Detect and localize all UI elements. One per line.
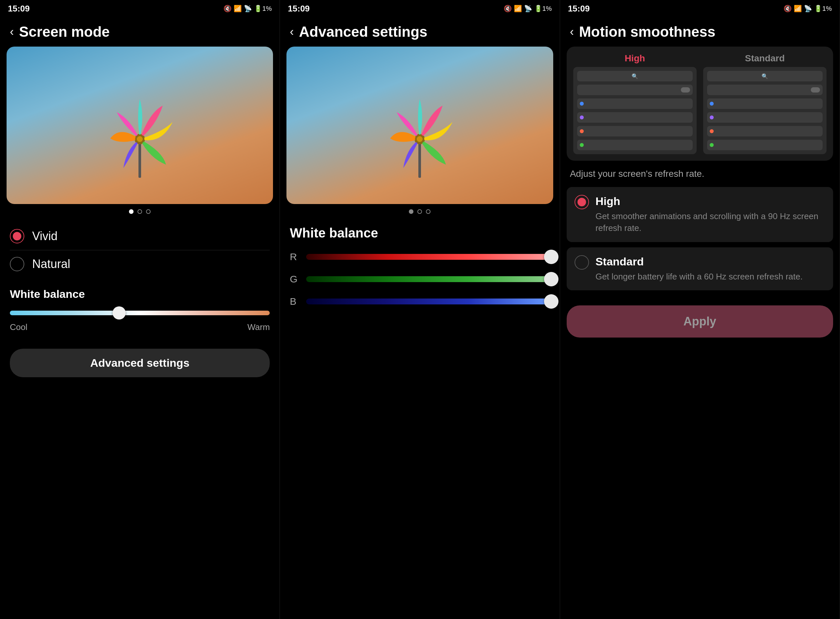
wifi-icon-3: 📶 bbox=[794, 4, 802, 12]
motion-option-standard-desc: Get longer battery life with a 60 Hz scr… bbox=[596, 271, 825, 283]
rgb-row-g: G bbox=[290, 273, 550, 286]
motion-option-standard-row: Standard Get longer battery life with a … bbox=[575, 255, 825, 283]
motion-option-high-title: High bbox=[596, 195, 825, 208]
mock-dot-green-high bbox=[580, 143, 584, 147]
status-time-2: 15:09 bbox=[288, 4, 310, 14]
motion-label-standard: Standard bbox=[703, 53, 827, 64]
dots-indicator-2 bbox=[280, 204, 560, 219]
battery-icon: 🔋1% bbox=[254, 4, 272, 12]
wb-title-1: White balance bbox=[10, 288, 270, 301]
advanced-settings-button[interactable]: Advanced settings bbox=[10, 349, 270, 377]
rgb-label-g: G bbox=[290, 274, 299, 285]
mock-dot-orange-high bbox=[580, 129, 584, 133]
battery-icon-3: 🔋1% bbox=[814, 4, 832, 12]
mock-item-blue-standard bbox=[707, 99, 823, 109]
rgb-track-r-fill bbox=[306, 254, 550, 260]
mock-item-orange-high bbox=[577, 126, 693, 136]
mock-item-green-standard bbox=[707, 140, 823, 150]
status-time-3: 15:09 bbox=[568, 4, 590, 14]
mock-toggle-row-standard bbox=[707, 85, 823, 95]
mock-toggle-high bbox=[681, 87, 690, 93]
mock-screen-standard: 🔍 bbox=[703, 67, 827, 154]
mock-item-purple-standard bbox=[707, 112, 823, 123]
motion-options: High Get smoother animations and scrolli… bbox=[560, 187, 840, 296]
option-vivid-label: Vivid bbox=[32, 229, 57, 243]
rgb-track-b-fill bbox=[306, 299, 550, 304]
rgb-section: White balance R G B bbox=[280, 219, 560, 324]
panel-advanced-settings: 15:09 🔇 📶 📡 🔋1% ‹ Advanced settings bbox=[280, 0, 560, 619]
wifi-icon: 📶 bbox=[234, 4, 242, 12]
motion-description: Adjust your screen's refresh rate. bbox=[560, 161, 840, 187]
mock-screen-high: 🔍 bbox=[573, 67, 696, 154]
status-time-1: 15:09 bbox=[8, 4, 30, 14]
mock-item-purple-high bbox=[577, 112, 693, 123]
motion-preview-container: High 🔍 bbox=[567, 46, 833, 161]
motion-option-standard-title: Standard bbox=[596, 255, 825, 268]
rgb-thumb-r[interactable] bbox=[544, 250, 559, 264]
back-button-2[interactable]: ‹ bbox=[290, 25, 293, 39]
rgb-title: White balance bbox=[290, 226, 550, 241]
radio-high[interactable] bbox=[575, 195, 589, 209]
motion-option-standard[interactable]: Standard Get longer battery life with a … bbox=[567, 247, 833, 290]
preview-image-1 bbox=[7, 46, 273, 204]
motion-preview-high: High 🔍 bbox=[573, 53, 696, 154]
rgb-thumb-b[interactable] bbox=[544, 294, 559, 309]
mock-dot-purple-standard bbox=[710, 115, 714, 120]
radio-natural[interactable] bbox=[10, 257, 24, 271]
page-header-1: ‹ Screen mode bbox=[0, 17, 280, 46]
dot2-1 bbox=[409, 209, 413, 214]
pinwheel-svg bbox=[97, 73, 183, 178]
mock-dot-blue-standard bbox=[710, 102, 714, 106]
mock-dot-orange-standard bbox=[710, 129, 714, 133]
back-button-3[interactable]: ‹ bbox=[570, 25, 574, 39]
panel-screen-mode: 15:09 🔇 📶 📡 🔋1% ‹ Screen mode bbox=[0, 0, 280, 619]
rgb-track-g[interactable] bbox=[306, 273, 550, 286]
wb-labels: Cool Warm bbox=[10, 322, 270, 332]
apply-button[interactable]: Apply bbox=[567, 305, 833, 338]
options-section: Vivid Natural bbox=[0, 219, 280, 281]
motion-option-high[interactable]: High Get smoother animations and scrolli… bbox=[567, 187, 833, 242]
motion-option-high-content: High Get smoother animations and scrolli… bbox=[596, 195, 825, 234]
wb-thumb[interactable] bbox=[112, 307, 126, 320]
mute-icon-2: 🔇 bbox=[504, 4, 512, 12]
option-natural[interactable]: Natural bbox=[10, 250, 270, 278]
rgb-label-r: R bbox=[290, 251, 299, 262]
motion-preview-standard: Standard 🔍 bbox=[703, 53, 827, 154]
rgb-track-r[interactable] bbox=[306, 250, 550, 263]
status-bar-1: 15:09 🔇 📶 📡 🔋1% bbox=[0, 0, 280, 17]
rgb-row-b: B bbox=[290, 295, 550, 308]
rgb-track-b[interactable] bbox=[306, 295, 550, 308]
page-header-2: ‹ Advanced settings bbox=[280, 17, 560, 46]
option-vivid[interactable]: Vivid bbox=[10, 223, 270, 250]
mock-search-icon-standard: 🔍 bbox=[762, 73, 768, 79]
panel-motion-smoothness: 15:09 🔇 📶 📡 🔋1% ‹ Motion smoothness High… bbox=[560, 0, 840, 619]
mock-search-high: 🔍 bbox=[577, 71, 693, 81]
status-bar-2: 15:09 🔇 📶 📡 🔋1% bbox=[280, 0, 560, 17]
radio-vivid[interactable] bbox=[10, 229, 24, 244]
radio-standard[interactable] bbox=[575, 255, 589, 270]
wb-slider[interactable] bbox=[10, 307, 270, 319]
page-title-3: Motion smoothness bbox=[579, 24, 716, 40]
dot-3 bbox=[146, 209, 151, 214]
rgb-thumb-g[interactable] bbox=[544, 272, 559, 286]
mute-icon-3: 🔇 bbox=[783, 4, 792, 12]
status-icons-3: 🔇 📶 📡 🔋1% bbox=[783, 4, 832, 12]
radio-vivid-inner bbox=[13, 232, 21, 241]
battery-icon-2: 🔋1% bbox=[534, 4, 552, 12]
mock-item-blue-high bbox=[577, 99, 693, 109]
mock-dot-purple-high bbox=[580, 115, 584, 120]
mock-dot-blue-high bbox=[580, 102, 584, 106]
svg-point-9 bbox=[417, 136, 423, 142]
wb-section-1: White balance Cool Warm bbox=[0, 281, 280, 342]
wb-track bbox=[10, 311, 270, 315]
rgb-label-b: B bbox=[290, 296, 299, 307]
pinwheel-svg-2 bbox=[377, 73, 462, 178]
motion-label-high: High bbox=[573, 53, 696, 64]
page-header-3: ‹ Motion smoothness bbox=[560, 17, 840, 46]
signal-icon: 📡 bbox=[244, 4, 252, 12]
wb-warm-label: Warm bbox=[247, 322, 270, 332]
motion-option-high-desc: Get smoother animations and scrolling wi… bbox=[596, 210, 825, 234]
back-button-1[interactable]: ‹ bbox=[10, 25, 14, 39]
status-bar-3: 15:09 🔇 📶 📡 🔋1% bbox=[560, 0, 840, 17]
mock-toggle-row-high bbox=[577, 85, 693, 95]
